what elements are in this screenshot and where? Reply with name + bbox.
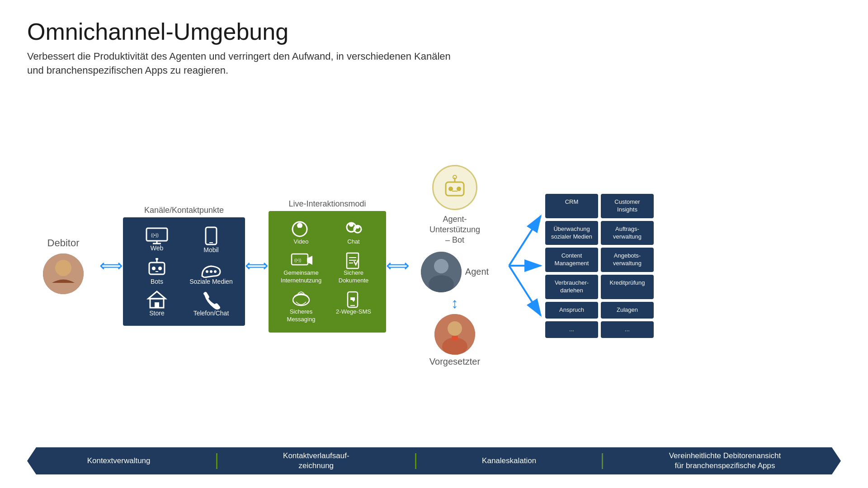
svg-point-25 [349,222,354,227]
supervisor-label: Vorgesetzter [429,357,480,367]
svg-rect-9 [149,263,165,274]
app-offer-management: Angebots­verwaltung [601,248,654,272]
channel-social-label: Soziale Medien [189,278,233,285]
supervisor-wrapper: Vorgesetzter [429,314,480,367]
channel-phone: Telefon/Chat [186,290,236,317]
channel-bots: Bots [132,258,182,285]
live-cobrowse: ((•)) GemeinsameInternetnutzung [278,251,325,285]
channels-wrapper: Kanäle/Kontaktpunkte ((•)) Web [123,206,245,326]
svg-point-27 [356,225,359,229]
svg-point-10 [152,267,156,270]
live-messaging: SicheresMessaging [278,290,325,324]
bottom-arrow-content: Kontextverwaltung Kontaktverlaufsauf-zei… [27,451,841,471]
vertical-arrows: ↕ [451,296,458,310]
live-video-label: Video [293,238,308,246]
svg-line-54 [509,266,541,315]
svg-point-11 [158,267,162,270]
page-title: Omnichannel-Umgebung [27,18,841,45]
channels-to-live-arrow: ⟺ [245,256,269,275]
live-messaging-label: SicheresMessaging [287,308,316,324]
app-order-management: Auftrags­verwaltung [601,221,654,245]
live-label: Live-Interaktionsmodi [288,199,366,209]
channel-web-label: Web [151,244,164,252]
agent-wrapper: Agent [421,252,489,292]
channel-mobil: Mobil [186,226,236,253]
channel-social: Soziale Medien [186,258,236,285]
channel-web: ((•)) Web [132,226,182,253]
svg-rect-20 [155,302,159,308]
diagonal-arrows [500,202,545,329]
bottom-item-1: Kontextverwaltung [87,456,151,466]
channel-store: Store [132,290,182,317]
app-claim: Anspruch [545,302,598,319]
apps-grid: CRM Customer Insights Überwachung sozial… [545,194,654,338]
supervisor-avatar [434,314,475,355]
channel-bots-label: Bots [151,278,163,285]
svg-point-35 [293,295,309,305]
svg-point-1 [55,260,71,276]
svg-point-15 [206,270,208,273]
svg-text:((•)): ((•)) [151,233,159,238]
channel-grid: ((•)) Web Mobil [132,226,236,317]
svg-point-48 [448,321,462,336]
people-column: Agent-Unterstützung– Bot Agent ↕ [410,165,500,367]
live-to-agent-arrow: ⟺ [386,256,410,275]
debitor-to-channels-arrow: ⟺ [99,256,123,275]
bottom-divider-1 [216,453,217,469]
bottom-divider-2 [415,453,416,469]
agent-avatar [421,252,462,292]
live-sms-label: 2-Wege-SMS [336,308,371,316]
app-content-management: Content Management [545,248,598,272]
live-docs-label: SichereDokumente [339,269,368,285]
svg-text:((•)): ((•)) [294,258,301,263]
debitor-avatar [43,253,84,294]
app-more-2: ... [601,321,654,338]
svg-marker-18 [148,291,165,299]
channel-store-label: Store [149,310,164,317]
live-sms: 2-Wege-SMS [330,290,377,324]
svg-point-22 [297,223,302,228]
app-allowances: Zulagen [601,302,654,319]
svg-rect-50 [452,336,458,340]
bottom-bar: Kontextverwaltung Kontaktverlaufsauf-zei… [27,447,841,479]
main-container: Omnichannel-Umgebung Verbessert die Prod… [0,0,868,488]
bot-label: Agent-Unterstützung– Bot [429,214,480,246]
page-subtitle: Verbessert die Produktivität des Agenten… [27,50,841,78]
channels-label: Kanäle/Kontaktpunkte [144,206,224,215]
live-cobrowse-label: GemeinsameInternetnutzung [281,269,321,285]
live-docs: SichereDokumente [330,251,377,285]
app-social-monitoring: Überwachung sozialer Medien [545,221,598,245]
svg-point-14 [156,258,158,260]
live-box: Video Chat [269,211,386,332]
debitor-label: Debitor [47,237,80,249]
bot-avatar [432,165,477,210]
svg-line-52 [509,216,541,266]
svg-rect-7 [206,227,217,244]
app-more-1: ... [545,321,598,338]
svg-point-40 [457,187,461,191]
bottom-divider-3 [602,453,603,469]
channel-phone-label: Telefon/Chat [193,310,229,317]
app-credit-check: Kreditprüfung [601,275,654,299]
channel-mobil-label: Mobil [203,246,218,253]
bottom-item-3: Kanaleskalation [482,456,536,466]
debitor-section: Debitor [27,237,99,294]
bot-wrapper: Agent-Unterstützung– Bot [429,165,480,246]
channels-box: ((•)) Web Mobil [123,217,245,326]
live-grid: Video Chat [278,220,377,323]
bottom-item-4: Vereinheitlichte Debitorenansichtfür bra… [669,451,781,471]
live-chat: Chat [330,220,377,246]
svg-point-39 [448,187,453,191]
agent-label: Agent [465,267,489,277]
live-video: Video [278,220,325,246]
svg-point-17 [214,270,217,273]
bottom-arrow-container: Kontextverwaltung Kontaktverlaufsauf-zei… [27,447,841,474]
live-chat-label: Chat [347,238,359,246]
live-wrapper: Live-Interaktionsmodi Video [269,199,386,332]
svg-point-16 [210,270,212,273]
app-customer-insights: Customer Insights [601,194,654,218]
diagram-area: Debitor ⟺ Kanäle/Kontaktpunkte [27,91,841,441]
app-consumer-loans: Verbraucher­darlehen [545,275,598,299]
svg-point-45 [434,259,448,273]
svg-point-23 [298,228,301,230]
